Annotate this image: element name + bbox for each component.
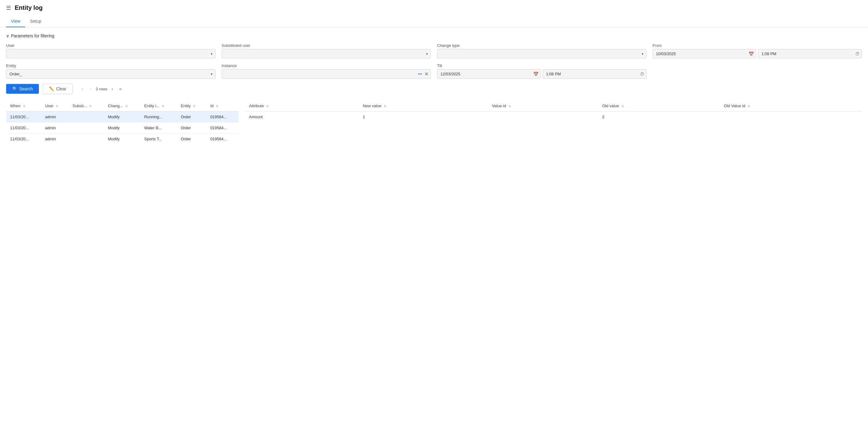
clear-label: Clear — [56, 86, 66, 91]
search-label: Search — [19, 86, 33, 91]
clear-button[interactable]: ✏️ Clear — [42, 84, 72, 94]
table-row[interactable]: 11/03/20...adminModifyRunning...Order019… — [6, 112, 239, 122]
cell-entity: Order — [177, 133, 207, 145]
col-new-value[interactable]: New value ⇅ — [359, 100, 489, 112]
cell-entity: Order — [177, 112, 207, 122]
search-button[interactable]: 🔍 Search — [6, 84, 39, 94]
entity-i-sort-icon: ⇅ — [162, 105, 164, 108]
pagination: « ‹ 3 rows › » — [80, 86, 123, 92]
cell-substi — [69, 112, 104, 122]
col-value-id[interactable]: Value id ⇅ — [488, 100, 598, 112]
instance-actions: ••• ✕ — [418, 71, 429, 77]
clear-pencil-icon: ✏️ — [49, 86, 54, 91]
new-value-sort-icon: ⇅ — [384, 105, 386, 108]
change-sort-icon: ⇅ — [125, 105, 128, 108]
action-buttons: 🔍 Search ✏️ Clear « ‹ 3 rows › » — [6, 84, 862, 94]
tab-view[interactable]: View — [6, 16, 25, 27]
first-page-button[interactable]: « — [80, 86, 86, 92]
from-label: From — [653, 43, 862, 48]
cell-id: 019584... — [207, 112, 239, 122]
right-table-container: Attribute ⇅ New value ⇅ Value id ⇅ Old v… — [245, 100, 862, 145]
col-when[interactable]: When ⇅ — [6, 100, 42, 112]
next-page-button[interactable]: › — [110, 86, 115, 92]
change-type-field: Change type ▾ — [437, 43, 647, 59]
user-sort-icon: ⇅ — [56, 105, 58, 108]
table-row[interactable]: 11/03/20...adminModifyWater B...Order019… — [6, 122, 239, 133]
page-title: Entity log — [15, 4, 42, 11]
col-change[interactable]: Chang... ⇅ — [104, 100, 140, 112]
user-field: User ▾ — [6, 43, 216, 59]
prev-page-button[interactable]: ‹ — [88, 86, 93, 92]
entity-select[interactable]: Order_ — [6, 69, 216, 79]
instance-clear-button[interactable]: ✕ — [425, 71, 429, 77]
cell-entity_i: Sports T... — [141, 133, 177, 145]
when-sort-icon: ⇅ — [23, 105, 25, 108]
main-content: ∨ Parameters for filtering User ▾ Substi… — [0, 27, 868, 151]
user-select-wrapper: ▾ — [6, 49, 216, 59]
col-substi[interactable]: Substi... ⇅ — [69, 100, 104, 112]
attribute-sort-icon: ⇅ — [266, 105, 269, 108]
entity-select-wrapper: Order_ ▾ — [6, 69, 216, 79]
till-date-wrapper: 📅 — [437, 69, 541, 79]
till-time-input[interactable] — [543, 69, 647, 79]
id-sort-icon: ⇅ — [216, 105, 218, 108]
cell-entity_i: Running... — [141, 112, 177, 122]
cell-change: Modify — [104, 122, 140, 133]
col-old-value-id[interactable]: Old Value id ⇅ — [720, 100, 862, 112]
col-attribute[interactable]: Attribute ⇅ — [245, 100, 359, 112]
col-entity-i[interactable]: Entity i... ⇅ — [141, 100, 177, 112]
cell-id: 019584... — [207, 133, 239, 145]
instance-label: Instance — [222, 63, 431, 68]
filter-toggle-label: Parameters for filtering — [11, 33, 55, 38]
cell-entity: Order — [177, 122, 207, 133]
cell-entity_i: Water B... — [141, 122, 177, 133]
entity-field: Entity Order_ ▾ — [6, 63, 216, 79]
till-time-wrapper: ⏱ — [543, 69, 647, 79]
instance-input-wrapper: ••• ✕ — [222, 69, 431, 79]
table-row[interactable]: Amount12 — [245, 112, 862, 122]
from-datetime-wrapper: 📅 ⏱ — [653, 49, 862, 59]
table-row[interactable]: 11/03/20...adminModifySports T...Order01… — [6, 133, 239, 145]
left-table-header: When ⇅ User ⇅ Substi... ⇅ Chang... ⇅ Ent… — [6, 100, 239, 112]
entity-label: Entity — [6, 63, 216, 68]
substituted-user-select-wrapper: ▾ — [222, 49, 431, 59]
cell-attribute: Amount — [245, 112, 359, 122]
left-table-header-row: When ⇅ User ⇅ Substi... ⇅ Chang... ⇅ Ent… — [6, 100, 239, 112]
cell-when: 11/03/20... — [6, 112, 42, 122]
col-user[interactable]: User ⇅ — [41, 100, 69, 112]
left-table-body: 11/03/20...adminModifyRunning...Order019… — [6, 112, 239, 145]
till-datetime-wrapper: 📅 ⏱ — [437, 69, 647, 79]
instance-input[interactable] — [222, 69, 431, 79]
last-page-button[interactable]: » — [117, 86, 123, 92]
from-date-input[interactable] — [653, 49, 756, 59]
till-date-input[interactable] — [437, 69, 541, 79]
filter-grid: User ▾ Substituted user ▾ Ch — [6, 43, 862, 79]
search-icon: 🔍 — [12, 86, 18, 91]
cell-id: 019584... — [207, 122, 239, 133]
cell-change: Modify — [104, 133, 140, 145]
instance-more-button[interactable]: ••• — [418, 72, 422, 76]
cell-when: 11/03/20... — [6, 133, 42, 145]
substituted-user-select[interactable] — [222, 49, 431, 59]
user-select[interactable] — [6, 49, 216, 59]
from-date-wrapper: 📅 — [653, 49, 756, 59]
filter-toggle[interactable]: ∨ Parameters for filtering — [6, 33, 862, 38]
right-table-body: Amount12 — [245, 112, 862, 122]
left-table-container: When ⇅ User ⇅ Substi... ⇅ Chang... ⇅ Ent… — [6, 100, 239, 145]
from-time-input[interactable] — [758, 49, 862, 59]
col-id[interactable]: Id ⇅ — [207, 100, 239, 112]
till-label: Till — [437, 63, 647, 68]
cell-change: Modify — [104, 112, 140, 122]
col-old-value[interactable]: Old value ⇅ — [598, 100, 720, 112]
empty-spacer — [653, 63, 862, 79]
cell-old_value: 2 — [598, 112, 720, 122]
hamburger-menu-icon[interactable]: ☰ — [6, 5, 11, 11]
tables-container: When ⇅ User ⇅ Substi... ⇅ Chang... ⇅ Ent… — [6, 100, 862, 145]
cell-when: 11/03/20... — [6, 122, 42, 133]
tab-setup[interactable]: Setup — [25, 16, 46, 27]
change-type-select[interactable] — [437, 49, 647, 59]
change-type-label: Change type — [437, 43, 647, 48]
col-entity[interactable]: Entity ⇅ — [177, 100, 207, 112]
page-info-label: 3 rows — [96, 87, 107, 91]
collapse-icon: ∨ — [6, 33, 9, 38]
